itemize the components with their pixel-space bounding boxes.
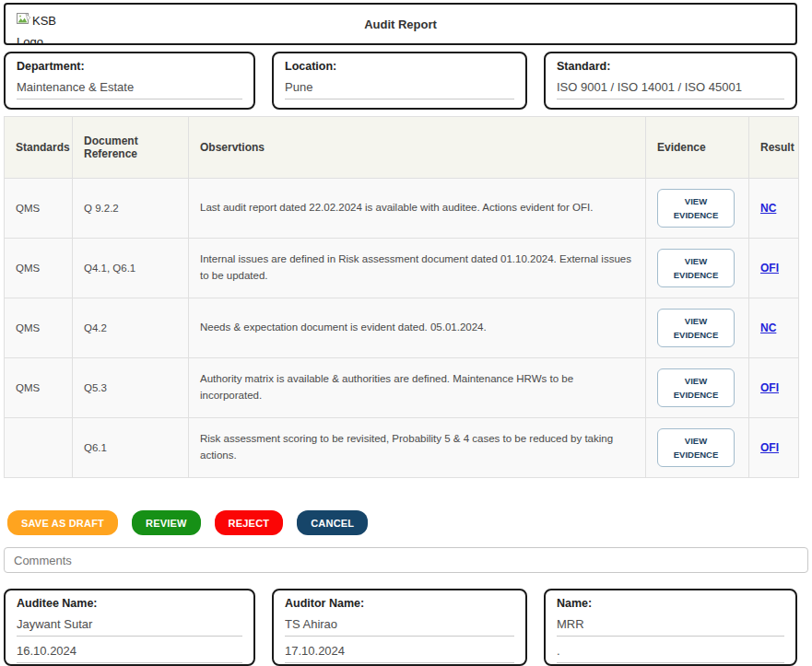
auditor-name-input[interactable] [285, 616, 514, 637]
location-label: Location: [285, 60, 514, 73]
observation-cell: Needs & expectation document is evident … [189, 298, 646, 358]
auditee-name-label: Auditee Name: [17, 597, 242, 610]
table-row: QMS Q4.2 Needs & expectation document is… [5, 298, 799, 358]
name-input[interactable] [557, 616, 784, 637]
col-header-evidence: Evidence [646, 117, 749, 179]
table-row: QMS Q 9.2.2 Last audit report dated 22.0… [5, 179, 799, 239]
cancel-button[interactable]: CANCEL [297, 510, 368, 535]
auditor-date-input[interactable] [285, 643, 514, 663]
comments-input[interactable] [4, 547, 808, 573]
auditee-date-input[interactable] [17, 643, 242, 663]
comments-section [4, 547, 808, 573]
doc-ref-cell: Q4.2 [73, 298, 189, 358]
observation-cell: Internal issues are defined in Risk asse… [189, 239, 646, 298]
view-evidence-button[interactable]: VIEW EVIDENCE [657, 368, 735, 407]
page-title: Audit Report [6, 18, 795, 31]
name-box: Name: [544, 589, 797, 666]
standard-cell: QMS [5, 239, 73, 298]
standard-box: Standard: [544, 52, 797, 110]
auditee-name-input[interactable] [17, 616, 242, 637]
result-link[interactable]: NC [760, 202, 776, 215]
save-as-draft-button[interactable]: SAVE AS DRAFT [7, 510, 118, 535]
table-row: QMS Q4.1, Q6.1 Internal issues are defin… [5, 239, 799, 298]
standard-cell: QMS [5, 179, 73, 239]
col-header-standards: Standards [5, 117, 73, 179]
info-box-row: Department: Location: Standard: [4, 52, 797, 110]
result-link[interactable]: OFI [760, 441, 779, 454]
doc-ref-cell: Q 9.2.2 [73, 179, 189, 239]
col-header-doc-reference: Document Reference [73, 117, 189, 179]
result-link[interactable]: NC [760, 321, 776, 334]
view-evidence-button[interactable]: VIEW EVIDENCE [657, 309, 735, 347]
report-header: KSB Logo Audit Report [4, 3, 797, 45]
action-buttons-row: SAVE AS DRAFT REVIEW REJECT CANCEL [7, 510, 812, 535]
reject-button[interactable]: REJECT [215, 510, 284, 535]
location-input[interactable] [285, 79, 514, 99]
col-header-result: Result [749, 117, 799, 179]
standard-cell: QMS [5, 298, 73, 358]
doc-ref-cell: Q6.1 [73, 418, 189, 478]
auditor-box: Auditor Name: [272, 589, 527, 666]
observation-cell: Risk assessment scoring to be revisited,… [189, 418, 646, 478]
name-date-input[interactable] [557, 643, 784, 663]
department-input[interactable] [17, 79, 242, 99]
result-link[interactable]: OFI [760, 262, 779, 275]
doc-ref-cell: Q4.1, Q6.1 [73, 239, 189, 298]
department-label: Department: [17, 60, 242, 73]
view-evidence-button[interactable]: VIEW EVIDENCE [657, 428, 735, 467]
standard-cell [5, 418, 73, 478]
auditor-name-label: Auditor Name: [285, 597, 514, 610]
standard-cell: QMS [5, 358, 73, 418]
standard-label: Standard: [557, 60, 784, 73]
signature-box-row: Auditee Name: Auditor Name: Name: [4, 589, 797, 666]
standard-input[interactable] [557, 79, 784, 99]
result-link[interactable]: OFI [760, 381, 779, 394]
observations-table: Standards Document Reference Observtions… [4, 116, 799, 478]
location-box: Location: [272, 52, 527, 110]
review-button[interactable]: REVIEW [132, 510, 201, 535]
department-box: Department: [4, 52, 255, 110]
table-row: Q6.1 Risk assessment scoring to be revis… [5, 418, 799, 478]
audit-report-page: { "header": { "logo_alt": "KSB Logo", "t… [0, 0, 812, 666]
observation-cell: Authority matrix is available & authorit… [189, 358, 646, 418]
view-evidence-button[interactable]: VIEW EVIDENCE [657, 249, 735, 287]
observation-cell: Last audit report dated 22.02.2024 is av… [189, 179, 646, 239]
auditee-box: Auditee Name: [4, 589, 255, 666]
doc-ref-cell: Q5.3 [73, 358, 189, 418]
name-label: Name: [557, 597, 784, 610]
table-header: Standards Document Reference Observtions… [5, 117, 799, 179]
table-row: QMS Q5.3 Authority matrix is available &… [5, 358, 799, 418]
view-evidence-button[interactable]: VIEW EVIDENCE [657, 189, 735, 228]
col-header-observations: Observtions [189, 117, 646, 179]
